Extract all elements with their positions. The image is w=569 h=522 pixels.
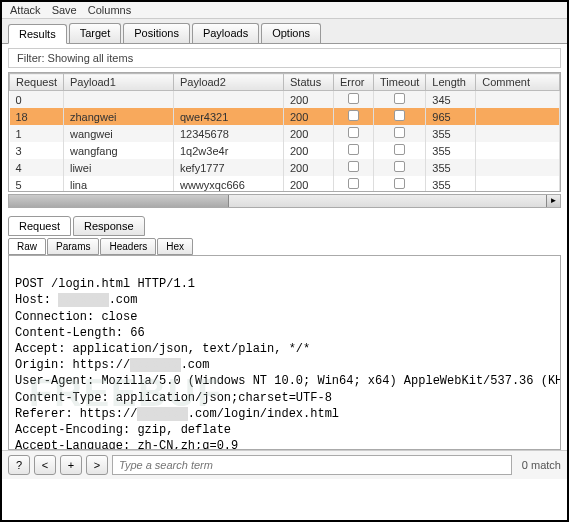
col-comment[interactable]: Comment (476, 74, 560, 91)
raw-line: Host: (15, 293, 58, 307)
cell-payload1 (63, 91, 173, 109)
cell-status: 200 (283, 125, 333, 142)
cell-error (333, 176, 373, 192)
cell-timeout (373, 142, 425, 159)
raw-line: Accept-Language: zh-CN,zh;q=0.9 (15, 439, 238, 450)
raw-line: Accept: application/json, text/plain, */… (15, 342, 310, 356)
cell-payload2 (173, 91, 283, 109)
filter-bar[interactable]: Filter: Showing all items (8, 48, 561, 68)
scroll-right-icon[interactable]: ► (546, 195, 560, 207)
cell-status: 200 (283, 176, 333, 192)
cell-request: 3 (10, 142, 64, 159)
subtab-raw[interactable]: Raw (8, 238, 46, 255)
cell-payload2: wwwyxqc666 (173, 176, 283, 192)
checkbox-icon (394, 110, 405, 121)
checkbox-icon (348, 161, 359, 172)
raw-line: Connection: close (15, 310, 137, 324)
checkbox-icon (348, 93, 359, 104)
tab-response[interactable]: Response (73, 216, 145, 236)
raw-line: Content-Length: 66 (15, 326, 145, 340)
col-status[interactable]: Status (283, 74, 333, 91)
tab-results[interactable]: Results (8, 24, 67, 44)
menubar: Attack Save Columns (2, 2, 567, 19)
redacted: xxxxxxx (58, 293, 108, 307)
col-length[interactable]: Length (426, 74, 476, 91)
col-payload2[interactable]: Payload2 (173, 74, 283, 91)
subtab-hex[interactable]: Hex (157, 238, 193, 255)
cell-length: 345 (426, 91, 476, 109)
results-table: Request Payload1 Payload2 Status Error T… (8, 72, 561, 192)
search-input[interactable] (112, 455, 512, 475)
cell-error (333, 125, 373, 142)
cell-error (333, 108, 373, 125)
tab-payloads[interactable]: Payloads (192, 23, 259, 43)
scroll-thumb[interactable] (9, 195, 229, 207)
cell-payload2: kefy1777 (173, 159, 283, 176)
col-error[interactable]: Error (333, 74, 373, 91)
cell-payload2: 1q2w3e4r (173, 142, 283, 159)
cell-payload1: lina (63, 176, 173, 192)
checkbox-icon (394, 127, 405, 138)
cell-length: 355 (426, 125, 476, 142)
help-button[interactable]: ? (8, 455, 30, 475)
col-timeout[interactable]: Timeout (373, 74, 425, 91)
cell-comment (476, 125, 560, 142)
raw-line: User-Agent: Mozilla/5.0 (Windows NT 10.0… (15, 374, 561, 388)
cell-request: 4 (10, 159, 64, 176)
prev-button[interactable]: < (34, 455, 56, 475)
table-row[interactable]: 3wangfang1q2w3e4r200355 (10, 142, 560, 159)
menu-attack[interactable]: Attack (10, 4, 41, 16)
cell-status: 200 (283, 159, 333, 176)
h-scrollbar[interactable]: ◄ ► (8, 194, 561, 208)
tab-request[interactable]: Request (8, 216, 71, 236)
cell-payload1: zhangwei (63, 108, 173, 125)
cell-status: 200 (283, 142, 333, 159)
cell-comment (476, 108, 560, 125)
menu-save[interactable]: Save (52, 4, 77, 16)
top-tabs: Results Target Positions Payloads Option… (2, 19, 567, 44)
cell-comment (476, 91, 560, 109)
cell-payload2: qwer4321 (173, 108, 283, 125)
subtab-params[interactable]: Params (47, 238, 99, 255)
match-count: 0 match (522, 459, 561, 471)
cell-timeout (373, 108, 425, 125)
raw-line: Origin: https:// (15, 358, 130, 372)
redacted: xxxxxxx (137, 407, 187, 421)
bottom-bar: ? < + > 0 match (2, 450, 567, 479)
table-row[interactable]: 0200345 (10, 91, 560, 109)
raw-line: Referer: https:// (15, 407, 137, 421)
subtab-headers[interactable]: Headers (100, 238, 156, 255)
checkbox-icon (348, 178, 359, 189)
mid-tabs: Request Response (2, 210, 567, 236)
cell-error (333, 159, 373, 176)
sub-tabs: Raw Params Headers Hex (2, 236, 567, 255)
raw-line: POST /login.html HTTP/1.1 (15, 277, 195, 291)
cell-timeout (373, 91, 425, 109)
table-row[interactable]: 1wangwei12345678200355 (10, 125, 560, 142)
next-button[interactable]: > (86, 455, 108, 475)
cell-payload1: liwei (63, 159, 173, 176)
cell-error (333, 91, 373, 109)
tab-positions[interactable]: Positions (123, 23, 190, 43)
cell-error (333, 142, 373, 159)
raw-request-panel[interactable]: POST /login.html HTTP/1.1 Host: xxxxxxx.… (8, 255, 561, 450)
tab-options[interactable]: Options (261, 23, 321, 43)
tab-target[interactable]: Target (69, 23, 122, 43)
cell-payload1: wangwei (63, 125, 173, 142)
col-request[interactable]: Request (10, 74, 64, 91)
cell-length: 355 (426, 159, 476, 176)
raw-line: Accept-Encoding: gzip, deflate (15, 423, 231, 437)
cell-comment (476, 142, 560, 159)
table-row[interactable]: 4liweikefy1777200355 (10, 159, 560, 176)
col-payload1[interactable]: Payload1 (63, 74, 173, 91)
cell-request: 5 (10, 176, 64, 192)
cell-request: 0 (10, 91, 64, 109)
cell-timeout (373, 159, 425, 176)
plus-button[interactable]: + (60, 455, 82, 475)
table-row[interactable]: 18zhangweiqwer4321200965 (10, 108, 560, 125)
checkbox-icon (394, 144, 405, 155)
menu-columns[interactable]: Columns (88, 4, 131, 16)
cell-comment (476, 176, 560, 192)
table-row[interactable]: 5linawwwyxqc666200355 (10, 176, 560, 192)
cell-payload2: 12345678 (173, 125, 283, 142)
